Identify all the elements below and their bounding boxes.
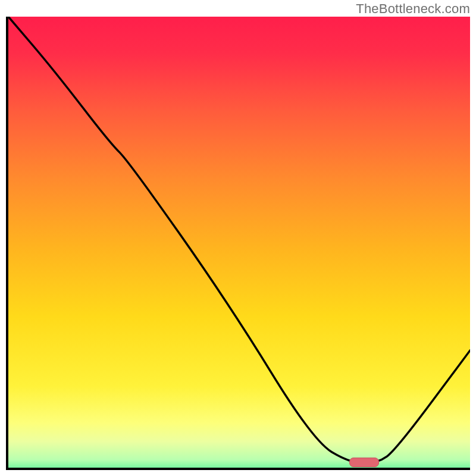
bottleneck-chart: TheBottleneck.com [0, 0, 476, 476]
plot-area [8, 17, 470, 468]
watermark-text: TheBottleneck.com [356, 1, 470, 17]
optimal-marker [349, 458, 379, 467]
bottleneck-curve [8, 17, 470, 468]
